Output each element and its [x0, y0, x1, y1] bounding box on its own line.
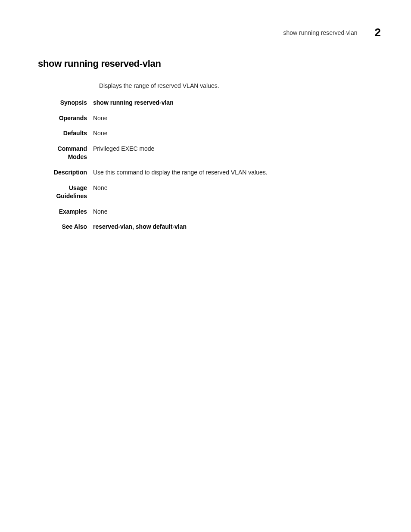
row-defaults: Defaults None: [38, 129, 381, 138]
row-usage-guidelines: Usage Guidelines None: [38, 184, 381, 201]
label-see-also: See Also: [38, 223, 93, 231]
value-description: Use this command to display the range of…: [93, 168, 381, 177]
label-command-modes: Command Modes: [38, 145, 93, 162]
row-see-also: See Also reserved-vlan, show default-vla…: [38, 223, 381, 231]
section-intro: Displays the range of reserved VLAN valu…: [99, 82, 381, 89]
page-content: show running reserved-vlan Displays the …: [38, 58, 381, 238]
label-synopsis: Synopsis: [38, 99, 93, 107]
value-command-modes: Privileged EXEC mode: [93, 145, 381, 162]
label-examples: Examples: [38, 208, 93, 216]
row-synopsis: Synopsis show running reserved-vlan: [38, 99, 381, 107]
value-synopsis: show running reserved-vlan: [93, 99, 381, 107]
value-operands: None: [93, 114, 381, 123]
label-usage-guidelines: Usage Guidelines: [38, 184, 93, 201]
section-title: show running reserved-vlan: [38, 58, 381, 69]
header-page-number: 2: [375, 26, 381, 39]
value-see-also: reserved-vlan, show default-vlan: [93, 223, 381, 231]
value-examples: None: [93, 208, 381, 216]
label-defaults: Defaults: [38, 129, 93, 138]
row-command-modes: Command Modes Privileged EXEC mode: [38, 145, 381, 162]
value-usage-guidelines: None: [93, 184, 381, 201]
label-operands: Operands: [38, 114, 93, 123]
row-examples: Examples None: [38, 208, 381, 216]
header-title: show running reserved-vlan: [283, 29, 358, 36]
label-description: Description: [38, 168, 93, 177]
value-defaults: None: [93, 129, 381, 138]
page-header: show running reserved-vlan 2: [283, 26, 381, 39]
row-description: Description Use this command to display …: [38, 168, 381, 177]
row-operands: Operands None: [38, 114, 381, 123]
